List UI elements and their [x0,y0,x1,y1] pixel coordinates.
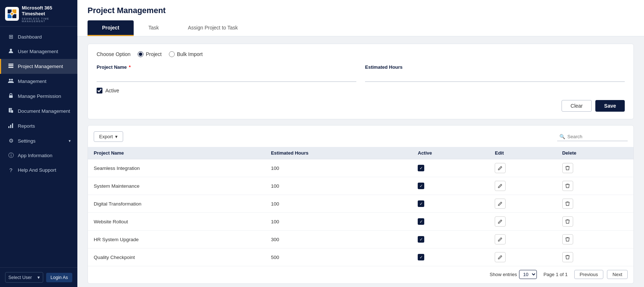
content-area: Choose Option Project Bulk Import Projec… [77,36,644,287]
delete-button[interactable] [562,199,573,209]
cell-estimated-hours: 500 [265,248,412,266]
sidebar-item-label: Management [18,79,46,84]
svg-point-10 [9,79,11,81]
sidebar-item-app-information[interactable]: ⓘ App Information [0,148,77,163]
active-label: Active [105,88,119,93]
sidebar-item-label: Project Management [18,64,63,69]
edit-button[interactable] [495,181,506,191]
table-row: Seamless Integration 100 ✓ [88,159,633,177]
sidebar-item-user-management[interactable]: User Management [0,44,77,59]
tab-project[interactable]: Project [88,20,134,36]
svg-rect-12 [9,95,13,98]
col-delete: Delete [556,147,633,159]
cell-delete [556,213,633,231]
save-button[interactable]: Save [595,100,625,112]
sidebar-item-label: App Information [18,153,52,158]
project-name-input[interactable] [97,71,356,82]
cell-active: ✓ [412,248,489,266]
cell-active: ✓ [412,177,489,195]
sidebar-item-label: Document Management [18,108,70,114]
sidebar-nav: ⊞ Dashboard User Management Project Mana… [0,27,77,267]
tab-task[interactable]: Task [134,20,173,36]
estimated-hours-input[interactable] [365,71,625,82]
active-check-icon: ✓ [418,218,424,225]
cell-estimated-hours: 300 [265,231,412,248]
document-management-icon [8,108,14,115]
radio-bulk-import[interactable]: Bulk Import [169,51,203,57]
project-name-label: Project Name * [97,64,356,70]
tab-assign-project-to-task[interactable]: Assign Project to Task [173,20,252,36]
table-toolbar: Export ▾ 🔍 [88,131,633,147]
cell-active: ✓ [412,213,489,231]
sidebar-item-manage-permission[interactable]: Manage Permission [0,89,77,104]
app-tagline: SEAMLESS TIME MANAGEMENT [22,17,72,23]
sidebar-item-project-management[interactable]: Project Management [0,59,77,74]
sidebar-item-help-and-support[interactable]: ? Help And Support [0,163,77,177]
sidebar-item-document-management[interactable]: Document Management [0,104,77,119]
page-header: Project Management Project Task Assign P… [77,0,644,36]
select-user-dropdown[interactable]: Select User ▾ [5,272,43,283]
sidebar: Microsoft 365 Timesheet SEAMLESS TIME MA… [0,0,77,287]
projects-table: Project Name Estimated Hours Active Edit… [88,147,633,266]
chevron-down-icon: ▾ [37,275,40,280]
tabs-row: Project Task Assign Project to Task [88,20,634,36]
edit-button[interactable] [495,199,506,209]
search-input[interactable] [567,134,625,139]
app-logo-icon [5,7,19,21]
cell-edit [489,213,556,231]
col-active: Active [412,147,489,159]
cell-project-name: Quality Checkpoint [88,248,265,266]
delete-button[interactable] [562,163,573,173]
cell-edit [489,231,556,248]
search-icon: 🔍 [559,134,565,139]
previous-button[interactable]: Previous [574,270,604,279]
page-title: Project Management [88,6,634,15]
sidebar-item-dashboard[interactable]: ⊞ Dashboard [0,29,77,44]
cell-estimated-hours: 100 [265,213,412,231]
table-section: Export ▾ 🔍 Project Name Estimated Hours … [88,125,634,284]
edit-button[interactable] [495,163,506,173]
next-button[interactable]: Next [607,270,628,279]
cell-edit [489,195,556,213]
cell-estimated-hours: 100 [265,177,412,195]
delete-button[interactable] [562,181,573,191]
clear-button[interactable]: Clear [562,100,592,112]
delete-button[interactable] [562,234,573,244]
choose-option-label: Choose Option [97,51,130,57]
table-row: HR System Upgrade 300 ✓ [88,231,633,248]
radio-project-label: Project [146,51,162,57]
edit-button[interactable] [495,216,506,227]
settings-icon: ⚙ [8,137,14,144]
project-name-field: Project Name * [97,64,356,82]
help-support-icon: ? [8,167,14,173]
sidebar-item-settings[interactable]: ⚙ Settings ▾ [0,133,77,148]
entries-select[interactable]: 10 25 50 [519,270,537,279]
radio-project[interactable]: Project [138,51,162,57]
sidebar-item-label: Settings [18,138,36,144]
table-row: System Maintenance 100 ✓ [88,177,633,195]
cell-delete [556,195,633,213]
main-content: Project Management Project Task Assign P… [77,0,644,287]
table-header-row: Project Name Estimated Hours Active Edit… [88,147,633,159]
login-as-button[interactable]: Login As [46,273,72,282]
svg-point-11 [11,79,13,81]
sidebar-item-label: Help And Support [18,167,56,173]
edit-button[interactable] [495,252,506,262]
cell-project-name: Website Rollout [88,213,265,231]
sidebar-item-reports[interactable]: Reports [0,119,77,133]
active-checkbox[interactable] [97,88,102,93]
export-button[interactable]: Export ▾ [94,131,123,142]
cell-project-name: Seamless Integration [88,159,265,177]
form-section: Choose Option Project Bulk Import Projec… [88,44,634,119]
edit-button[interactable] [495,234,506,244]
sidebar-item-label: User Management [18,49,58,54]
cell-edit [489,248,556,266]
sidebar-item-management[interactable]: Management [0,74,77,89]
svg-rect-8 [8,65,13,67]
page-info: Page 1 of 1 [543,272,568,277]
delete-button[interactable] [562,252,573,262]
delete-button[interactable] [562,216,573,227]
cell-estimated-hours: 100 [265,195,412,213]
form-fields-row: Project Name * Estimated Hours [97,64,625,82]
cell-edit [489,159,556,177]
